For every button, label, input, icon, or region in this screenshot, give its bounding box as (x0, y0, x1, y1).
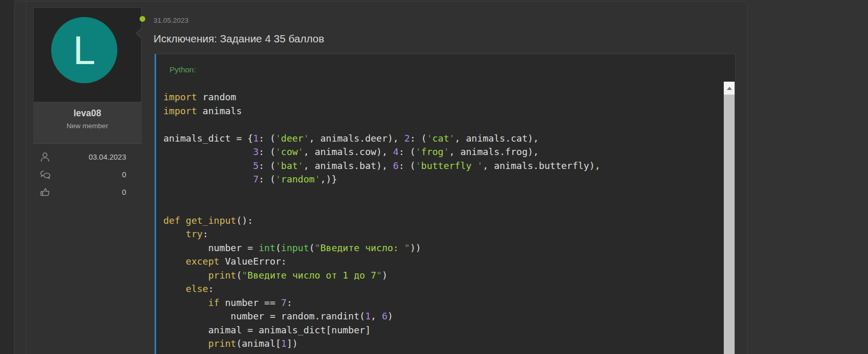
avatar-box: L (33, 7, 142, 102)
online-indicator-icon (140, 16, 145, 22)
code-line: 3: ('cow', animals.cow), 4: ('frog', ani… (163, 145, 723, 159)
page-left-gutter (0, 0, 14, 354)
user-info-block: leva08 New member (33, 102, 142, 144)
stat-row-joined: 03.04.2023 (33, 148, 142, 166)
scroll-up-arrow-icon (727, 87, 732, 90)
code-lines: import randomimport animals animals_dict… (156, 90, 723, 351)
avatar[interactable]: L (51, 17, 117, 83)
code-line (163, 200, 723, 214)
stat-message-count: 0 (51, 171, 126, 179)
post-date: 31.05.2023 (154, 17, 189, 24)
code-line: import animals (163, 104, 723, 118)
avatar-letter: L (73, 30, 95, 70)
code-line: number = random.randint(1, 6) (163, 310, 723, 324)
code-line: def get_input(): (163, 214, 723, 228)
code-line (163, 118, 723, 132)
code-line: if number == 7: (163, 296, 723, 310)
code-line: import random (163, 90, 723, 104)
messages-icon (39, 169, 51, 180)
code-line: 5: ('bat', animals.bat), 6: ('butterfly … (163, 159, 723, 173)
code-language-label: Python: (170, 65, 196, 74)
message-card-border (26, 2, 26, 354)
likes-icon (39, 187, 51, 198)
stat-joined-date: 03.04.2023 (51, 153, 126, 161)
post-title: Исключения: Задание 4 35 баллов (154, 33, 324, 45)
code-line: try: (163, 227, 723, 241)
stat-row-messages: 0 (33, 166, 142, 183)
code-scroll-area[interactable]: import randomimport animals animals_dict… (156, 90, 723, 354)
code-line: number = int(input("Введите число: ")) (163, 241, 723, 255)
scrollbar-thumb[interactable] (724, 95, 735, 354)
username-link[interactable]: leva08 (33, 108, 142, 119)
user-role: New member (33, 122, 142, 130)
code-line: 7: ('random',)} (163, 173, 723, 187)
code-line: except ValueError: (163, 255, 723, 269)
code-block: Python: import randomimport animals anim… (155, 54, 736, 354)
user-stats: 03.04.2023 0 0 (33, 148, 142, 201)
code-line: else: (163, 282, 723, 296)
stat-row-likes: 0 (33, 183, 142, 201)
user-icon (39, 151, 51, 163)
avatar-box-notch (136, 28, 147, 39)
code-line: print(animal[1]) (163, 337, 723, 351)
code-line (163, 187, 723, 201)
thread-container: L leva08 New member 03.04.2023 0 (14, 1, 748, 354)
stat-like-count: 0 (51, 188, 126, 196)
scroll-up-button[interactable] (724, 82, 735, 95)
code-line: animal = animals_dict[number] (163, 324, 723, 337)
code-line: print("Введите число от 1 до 7") (163, 269, 723, 283)
code-scrollbar[interactable] (724, 82, 735, 354)
code-line: animals_dict = {1: ('deer', animals.deer… (163, 132, 723, 146)
